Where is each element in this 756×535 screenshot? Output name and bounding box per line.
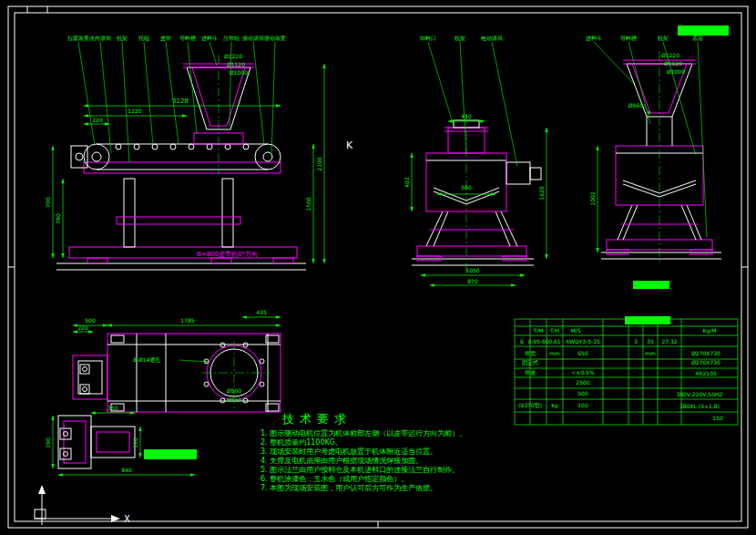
table-cell: 0.95-60 (527, 338, 548, 345)
tech-item: 2. 整机质量约1100KG。 (261, 438, 342, 447)
dim-1220: 1220 (128, 108, 141, 114)
part-label: 皮带 (160, 35, 171, 42)
part-label: 进料斗 (586, 35, 602, 42)
table-cell: 带宽 (525, 350, 536, 357)
table-cell: XWDY3-5-35 (566, 338, 600, 345)
tech-item: 6. 整机涂漆色：玉水色（或用户指定颜色）。 (261, 475, 408, 483)
table-cell: 150 (712, 415, 723, 421)
left-view-dimensions: 3128 1220 220 700 780 1500 2100 Ø1220 Ø1… (45, 53, 324, 263)
ucs-y-arrowhead (38, 485, 46, 494)
cad-canvas[interactable]: 3128 1220 220 700 780 1500 2100 Ø1220 Ø1… (0, 0, 756, 535)
table-cell: 0.61 (548, 338, 561, 345)
dim-780: 780 (55, 213, 61, 224)
tech-item: 1. 图示驱动电机位置为机体前部左侧（以皮带运行方向为前）。 (261, 429, 466, 437)
dim-580: 580 (461, 184, 472, 190)
table-cell: 2500 (576, 379, 589, 386)
tech-item: 3. 现场安装时用户考虑电机放置于机体附近适当位置。 (261, 448, 437, 456)
part-label: 卸料口 (420, 35, 436, 42)
tech-requirements-title: 技术要求 (281, 412, 352, 426)
ucs-icon: X (35, 485, 130, 525)
tech-item: 4. 支撑及电机底座由用户根据现场情况焊接加固。 (261, 457, 423, 465)
plan-view-machine (58, 334, 281, 468)
table-cell: <±0.5% (571, 369, 595, 376)
table-cell: Ø270X730 (691, 359, 720, 365)
dim-402: 402 (404, 177, 410, 188)
dim-phi500: Ø500 (227, 387, 241, 394)
drawing-svg: 3128 1220 220 700 780 1500 2100 Ø1220 Ø1… (0, 0, 756, 535)
table-cell: 380V,220V,50HZ (676, 391, 722, 397)
part-label: 拉紧装置 (67, 35, 89, 41)
middle-view-part-labels: 卸料口 机架 电动滚筒 (420, 35, 517, 166)
table-cell: (9370型) (518, 402, 542, 409)
dim-phi560: Ø560 (227, 396, 241, 403)
table-unit: M/S (570, 327, 580, 334)
dim-phi1120: Ø1120 (664, 60, 682, 67)
table-cell: mm (549, 350, 560, 356)
right-view: Ø1220 Ø1120 Ø1000 Ø560 1002 进料斗 导料槽 机架 底… (586, 35, 721, 264)
table-cell: 35 (647, 338, 654, 345)
table-cell: 380XL (5+1.8) (679, 403, 720, 409)
dim-450: 450 (461, 113, 472, 119)
highlight-bars (144, 26, 729, 459)
dim-2100: 2100 (316, 157, 322, 170)
table-cell: 100 (577, 402, 588, 408)
part-label: 机架 (117, 35, 128, 41)
dim-phi1000: Ø1000 (667, 68, 685, 75)
dim-700: 700 (45, 197, 51, 208)
table-cell: 650 (577, 350, 588, 356)
part-label: 驱动装置 (264, 35, 286, 41)
title-block-table: T/M T/H M/S Kg/M 6 0.95-60 0.61 XWDY3-5-… (515, 319, 738, 425)
ucs-x-label: X (124, 514, 130, 524)
dim-holes: 8-Ø14通孔 (133, 356, 160, 364)
part-label: 机架 (658, 35, 669, 41)
part-label: 导料槽 (620, 35, 637, 42)
part-label: 压带轮 (223, 35, 240, 42)
table-cell: Kg (551, 402, 558, 409)
table-cell: 带速 (525, 369, 536, 376)
middle-view-machine (412, 115, 541, 272)
left-view-machine (56, 55, 306, 270)
table-cell: 500 (577, 390, 588, 396)
dim-phi1220: Ø1220 (224, 53, 242, 59)
dim-1002: 1002 (589, 191, 596, 205)
table-unit: T/M (533, 327, 544, 334)
table-cell: mm (645, 350, 656, 356)
part-label: 电动滚筒 (481, 35, 503, 41)
highlight-bar (144, 449, 197, 459)
dim-350: 350 (107, 405, 118, 411)
ucs-origin-box (35, 509, 46, 519)
dim-1620: 1620 (538, 186, 545, 200)
table-cell: 3 (634, 338, 638, 345)
dim-1785: 1785 (180, 317, 194, 324)
right-view-dimensions: Ø1220 Ø1120 Ø1000 Ø560 1002 (589, 52, 685, 252)
table-cell: XR2105 (695, 370, 717, 376)
dim-150: 150 (132, 437, 138, 448)
tech-requirements: 技术要求 1. 图示驱动电机位置为机体前部左侧（以皮带运行方向为前）。 2. 整… (261, 412, 466, 492)
part-label: 托辊 (138, 35, 149, 42)
part-label: 导料槽 (179, 35, 196, 42)
left-view: 3128 1220 220 700 780 1500 2100 Ø1220 Ø1… (45, 35, 324, 270)
table-cell: 固定式 (522, 359, 538, 366)
tech-item: 7. 本图为现场安装图，用户认可后方可作为生产依据。 (261, 484, 437, 492)
dim-190: 190 (45, 437, 51, 448)
dim-phi1000: Ø1000 (230, 69, 248, 76)
belt-direction-note: B=800皮带机0°方向 (197, 250, 258, 258)
dim-500: 500 (85, 317, 96, 324)
dim-220: 220 (77, 324, 88, 331)
table-cell: 6 (520, 338, 524, 345)
table-unit: T/H (549, 327, 559, 334)
middle-view-dimensions: 450 402 580 1620 1050 870 (404, 113, 547, 285)
part-label: 底座 (692, 35, 703, 41)
table-cell: Ø270X730 (691, 350, 720, 356)
dim-phi560: Ø560 (628, 102, 643, 108)
inner-border (15, 13, 741, 521)
table-cell: 27.32 (661, 338, 677, 345)
section-label-k: K (346, 139, 353, 151)
highlight-bar (625, 316, 670, 324)
part-label: 机架 (455, 35, 465, 41)
dim-870: 870 (467, 278, 478, 284)
dim-435: 435 (256, 309, 267, 315)
part-label: 驱动滚筒 (242, 35, 264, 41)
part-label: 改向滚筒 (89, 35, 111, 41)
table-unit: Kg/M (703, 327, 717, 334)
